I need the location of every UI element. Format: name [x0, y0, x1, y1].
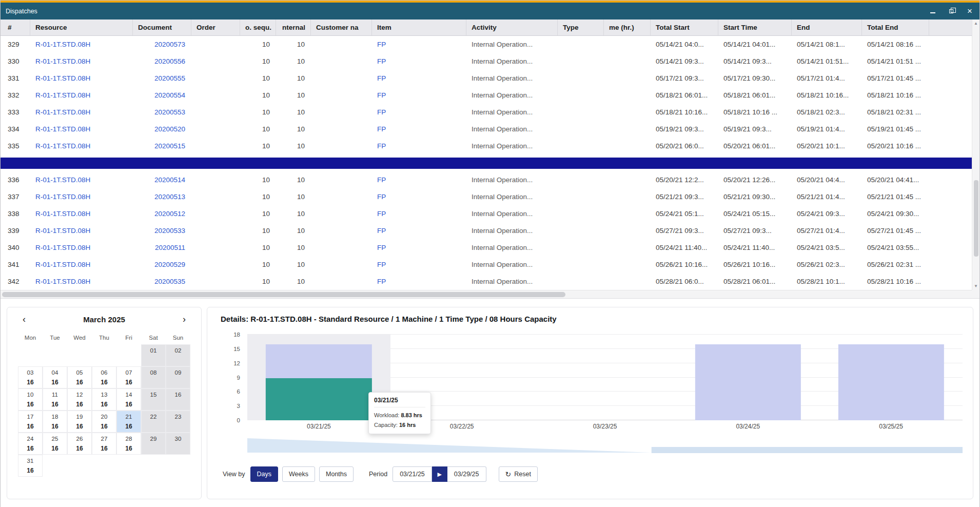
scroll-down-icon[interactable]: ▼: [972, 282, 979, 290]
column-header-type[interactable]: Type: [558, 20, 604, 35]
column-header-total-start[interactable]: Total Start: [651, 20, 718, 35]
column-header-customer-name[interactable]: Customer na: [311, 20, 372, 35]
table-row[interactable]: 340R-01-1T.STD.08H202005111010FPInternal…: [1, 239, 972, 256]
resource-link[interactable]: R-01-1T.STD.08H: [35, 278, 90, 285]
resource-link[interactable]: R-01-1T.STD.08H: [35, 227, 90, 235]
calendar-day[interactable]: 1416: [116, 388, 141, 411]
table-row[interactable]: 336R-01-1T.STD.08H202005141010FPInternal…: [1, 171, 972, 188]
calendar-day[interactable]: 2616: [67, 433, 92, 455]
calendar-day[interactable]: 0716: [116, 366, 141, 388]
calendar-day[interactable]: 2416: [18, 433, 43, 455]
calendar-day[interactable]: 0416: [43, 366, 67, 388]
table-row[interactable]: 337R-01-1T.STD.08H202005131010FPInternal…: [1, 188, 972, 205]
document-link[interactable]: 20200515: [154, 142, 185, 150]
column-header-total-end[interactable]: Total End: [862, 20, 929, 35]
item-link[interactable]: FP: [377, 176, 386, 184]
column-header-start-time[interactable]: Start Time: [718, 20, 792, 35]
calendar-day[interactable]: 08: [141, 366, 166, 388]
column-header-order[interactable]: Order: [191, 20, 240, 35]
item-link[interactable]: FP: [377, 142, 386, 150]
document-link[interactable]: 20200553: [154, 108, 185, 116]
calendar-next-icon[interactable]: ›: [183, 315, 186, 324]
resource-link[interactable]: R-01-1T.STD.08H: [35, 91, 90, 99]
resource-link[interactable]: R-01-1T.STD.08H: [35, 244, 90, 251]
table-row[interactable]: 330R-01-1T.STD.08H202005561010FPInternal…: [1, 53, 972, 70]
document-link[interactable]: 20200554: [154, 91, 185, 99]
item-link[interactable]: FP: [377, 91, 386, 99]
document-link[interactable]: 20200513: [154, 193, 185, 201]
period-end-input[interactable]: 03/29/25: [447, 466, 486, 482]
play-button[interactable]: ▶: [432, 466, 447, 482]
item-link[interactable]: FP: [377, 193, 386, 201]
item-link[interactable]: FP: [377, 210, 386, 218]
capacity-bar[interactable]: [838, 344, 944, 420]
table-row[interactable]: 341R-01-1T.STD.08H202005291010FPInternal…: [1, 256, 972, 273]
calendar-day[interactable]: 2016: [92, 411, 116, 433]
calendar-day[interactable]: 1016: [18, 388, 43, 411]
minimize-button[interactable]: [928, 7, 937, 16]
document-link[interactable]: 20200533: [154, 227, 185, 235]
resource-link[interactable]: R-01-1T.STD.08H: [35, 261, 90, 268]
vertical-scroll-thumb[interactable]: [974, 180, 978, 257]
column-header-num[interactable]: #: [1, 20, 30, 35]
document-link[interactable]: 20200514: [154, 176, 185, 184]
item-link[interactable]: FP: [377, 57, 386, 65]
resource-link[interactable]: R-01-1T.STD.08H: [35, 125, 90, 133]
vertical-scrollbar[interactable]: ▲ ▼: [972, 20, 979, 290]
column-header-time-hr[interactable]: me (hr.): [604, 20, 651, 35]
calendar-day[interactable]: 16: [166, 388, 190, 411]
view-by-days-button[interactable]: Days: [250, 466, 278, 482]
document-link[interactable]: 20200535: [154, 278, 185, 285]
view-by-months-button[interactable]: Months: [319, 466, 354, 482]
document-link[interactable]: 20200556: [154, 57, 185, 65]
table-row[interactable]: 342R-01-1T.STD.08H202005351010FPInternal…: [1, 273, 972, 290]
calendar-day[interactable]: 15: [141, 388, 166, 411]
calendar-day[interactable]: 09: [166, 366, 190, 388]
resource-link[interactable]: R-01-1T.STD.08H: [35, 74, 90, 82]
scroll-up-icon[interactable]: ▲: [972, 20, 979, 27]
column-header-no-sequ[interactable]: o. sequ.: [240, 20, 276, 35]
reset-button[interactable]: ↻ Reset: [499, 466, 538, 482]
calendar-day[interactable]: 29: [141, 433, 166, 455]
item-link[interactable]: FP: [377, 278, 386, 285]
document-link[interactable]: 20200555: [154, 74, 185, 82]
item-link[interactable]: FP: [377, 261, 386, 268]
calendar-day[interactable]: 2716: [92, 433, 116, 455]
column-header-filler[interactable]: [929, 20, 972, 35]
resource-link[interactable]: R-01-1T.STD.08H: [35, 210, 90, 218]
calendar-day[interactable]: 2116: [116, 411, 141, 433]
calendar-day[interactable]: 02: [166, 344, 190, 366]
item-link[interactable]: FP: [377, 108, 386, 116]
column-header-internal[interactable]: nternal: [276, 20, 311, 35]
calendar-day[interactable]: 30: [166, 433, 190, 455]
column-header-end[interactable]: End: [792, 20, 862, 35]
table-row[interactable]: 333R-01-1T.STD.08H202005531010FPInternal…: [1, 104, 972, 121]
calendar-day[interactable]: 0616: [92, 366, 116, 388]
resource-link[interactable]: R-01-1T.STD.08H: [35, 108, 90, 116]
view-by-weeks-button[interactable]: Weeks: [282, 466, 315, 482]
calendar-prev-icon[interactable]: ‹: [23, 315, 26, 324]
column-header-resource[interactable]: Resource: [30, 20, 133, 35]
close-button[interactable]: ×: [965, 7, 974, 16]
vertical-scroll-track[interactable]: [972, 27, 979, 282]
period-start-input[interactable]: 03/21/25: [393, 466, 432, 482]
calendar-day[interactable]: 3116: [18, 455, 43, 477]
workload-bar[interactable]: [266, 378, 371, 420]
calendar-day[interactable]: 1816: [43, 411, 67, 433]
selected-separator-row[interactable]: [1, 154, 972, 171]
calendar-day[interactable]: 0516: [67, 366, 92, 388]
document-link[interactable]: 20200512: [154, 210, 185, 218]
chart-navigator[interactable]: [247, 437, 963, 454]
resource-link[interactable]: R-01-1T.STD.08H: [35, 176, 90, 184]
item-link[interactable]: FP: [377, 41, 386, 48]
calendar-day[interactable]: 2816: [116, 433, 141, 455]
calendar-day[interactable]: 22: [141, 411, 166, 433]
horizontal-scrollbar[interactable]: [1, 290, 972, 298]
table-row[interactable]: 338R-01-1T.STD.08H202005121010FPInternal…: [1, 205, 972, 222]
calendar-day[interactable]: 23: [166, 411, 190, 433]
calendar-day[interactable]: 0316: [18, 366, 43, 388]
resource-link[interactable]: R-01-1T.STD.08H: [35, 142, 90, 150]
document-link[interactable]: 20200520: [154, 125, 185, 133]
restore-button[interactable]: [947, 7, 956, 16]
item-link[interactable]: FP: [377, 227, 386, 235]
